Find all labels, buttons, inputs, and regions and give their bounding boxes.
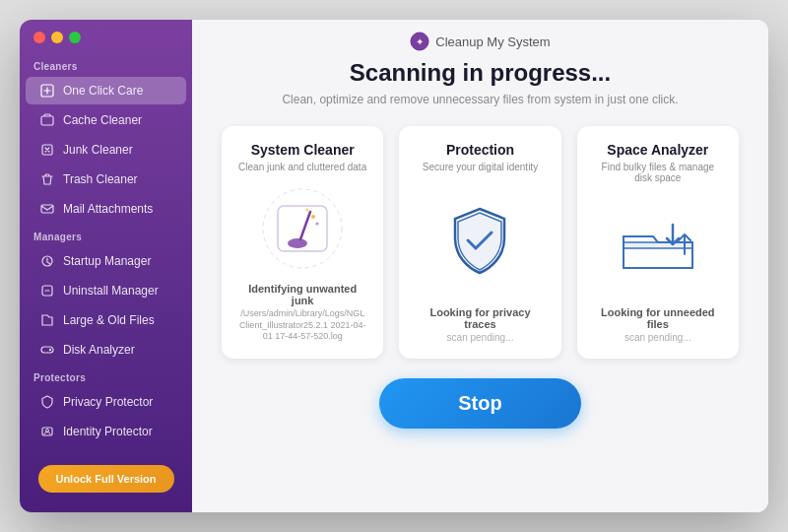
stop-button[interactable]: Stop <box>379 378 580 429</box>
svg-point-17 <box>306 209 309 212</box>
trash-cleaner-icon <box>39 171 55 187</box>
svg-rect-1 <box>41 116 53 125</box>
main-body: Scanning in progress... Clean, optimize … <box>192 59 768 512</box>
one-click-care-label: One Click Care <box>63 84 143 98</box>
close-button[interactable] <box>33 32 45 43</box>
sidebar-item-junk-cleaner[interactable]: Junk Cleaner <box>26 136 186 164</box>
svg-point-7 <box>49 349 51 351</box>
system-cleaner-title: System Cleaner <box>251 142 355 158</box>
sidebar-item-large-old-files[interactable]: Large & Old Files <box>26 306 186 334</box>
protection-title: Protection <box>446 142 514 158</box>
junk-cleaner-icon <box>39 142 55 158</box>
sidebar-item-one-click-care[interactable]: One Click Care <box>26 77 186 104</box>
main-content-area: ✦ Cleanup My System Scanning in progress… <box>192 20 768 512</box>
scanning-title: Scanning in progress... <box>350 59 611 87</box>
svg-text:✦: ✦ <box>416 36 424 47</box>
svg-rect-6 <box>41 347 53 353</box>
sidebar: Cleaners One Click Care Cache Cleaner <box>20 20 192 512</box>
sidebar-item-cache-cleaner[interactable]: Cache Cleaner <box>26 106 186 134</box>
uninstall-manager-label: Uninstall Manager <box>63 284 159 298</box>
one-click-care-icon <box>39 83 55 99</box>
protection-illustration <box>440 184 519 297</box>
sidebar-item-privacy-protector[interactable]: Privacy Protector <box>26 388 186 416</box>
trash-cleaner-label: Trash Cleaner <box>63 172 138 186</box>
space-analyzer-card: Space Analyzer Find bulky files & manage… <box>577 126 739 359</box>
system-cleaner-card: System Cleaner Clean junk and cluttered … <box>222 126 383 359</box>
privacy-icon <box>39 394 55 410</box>
disk-icon <box>39 342 55 358</box>
unlock-full-version-button[interactable]: Unlock Full Version <box>37 465 173 493</box>
app-logo-icon: ✦ <box>410 32 429 51</box>
space-analyzer-subtitle: Find bulky files & manage disk space <box>593 162 723 183</box>
protectors-section-label: Protectors <box>20 365 192 387</box>
app-window: Cleaners One Click Care Cache Cleaner <box>20 20 768 512</box>
files-icon <box>39 312 55 328</box>
startup-icon <box>39 253 55 269</box>
window-controls <box>20 20 192 53</box>
sidebar-item-disk-analyzer[interactable]: Disk Analyzer <box>26 336 186 364</box>
protection-status: Looking for privacy traces <box>415 306 545 330</box>
system-cleaner-status: Identifying unwanted junk <box>237 283 367 306</box>
startup-manager-label: Startup Manager <box>63 254 151 268</box>
system-cleaner-subtitle: Clean junk and cluttered data <box>238 162 366 172</box>
cleaners-section-label: Cleaners <box>20 53 192 76</box>
cache-cleaner-label: Cache Cleaner <box>63 113 142 127</box>
uninstall-icon <box>39 283 55 299</box>
privacy-protector-label: Privacy Protector <box>63 395 153 409</box>
space-analyzer-title: Space Analyzer <box>607 142 708 158</box>
scanning-subtitle: Clean, optimize and remove unnecessary f… <box>282 93 678 106</box>
large-old-files-label: Large & Old Files <box>63 313 155 327</box>
sidebar-item-trash-cleaner[interactable]: Trash Cleaner <box>26 166 186 193</box>
managers-section-label: Managers <box>20 224 192 246</box>
minimize-button[interactable] <box>51 32 63 43</box>
identity-icon <box>39 424 55 439</box>
app-title: Cleanup My System <box>435 34 550 49</box>
mail-attachments-label: Mail Attachments <box>63 202 153 216</box>
protection-card: Protection Secure your digital identity … <box>399 126 560 359</box>
space-analyzer-pending: scan pending... <box>624 332 691 343</box>
svg-rect-3 <box>41 205 53 213</box>
svg-point-16 <box>311 215 315 219</box>
identity-protector-label: Identity Protector <box>63 425 153 438</box>
space-analyzer-status: Looking for unneeded files <box>593 306 723 330</box>
sidebar-item-uninstall-manager[interactable]: Uninstall Manager <box>26 277 186 304</box>
protection-pending: scan pending... <box>447 332 514 343</box>
protection-subtitle: Secure your digital identity <box>423 162 538 172</box>
system-cleaner-path: /Users/admin/Library/Logs/NGLClient_Illu… <box>237 308 367 343</box>
sidebar-item-identity-protector[interactable]: Identity Protector <box>26 418 186 445</box>
mail-icon <box>39 201 55 217</box>
space-analyzer-illustration <box>614 195 702 297</box>
sidebar-item-mail-attachments[interactable]: Mail Attachments <box>26 195 186 223</box>
main-titlebar: ✦ Cleanup My System <box>192 20 768 59</box>
cards-row: System Cleaner Clean junk and cluttered … <box>222 126 739 359</box>
sidebar-item-startup-manager[interactable]: Startup Manager <box>26 247 186 275</box>
svg-point-18 <box>316 223 319 226</box>
disk-analyzer-label: Disk Analyzer <box>63 343 135 357</box>
system-cleaner-illustration <box>258 184 347 273</box>
maximize-button[interactable] <box>69 32 81 43</box>
cache-cleaner-icon <box>39 112 55 128</box>
junk-cleaner-label: Junk Cleaner <box>63 143 133 157</box>
